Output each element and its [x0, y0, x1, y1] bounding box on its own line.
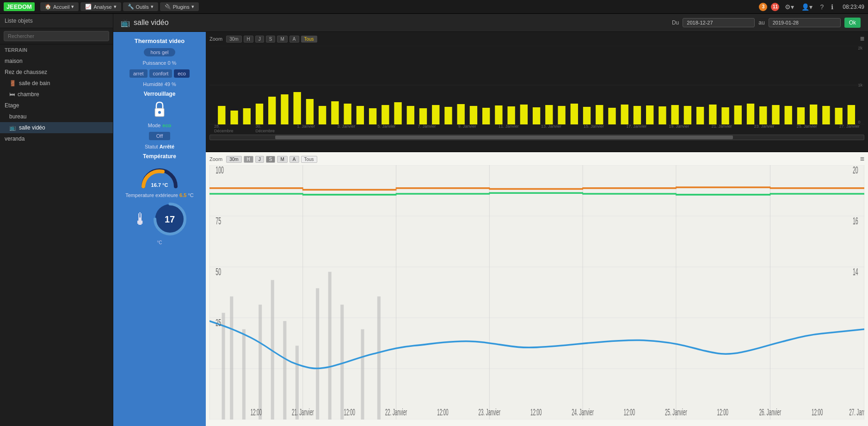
nav-plugins-btn[interactable]: 🔌 Plugins ▾ — [160, 2, 199, 11]
nav-right: 3 11 ⚙▾ 👤▾ ? ℹ 08:23:49 — [759, 2, 864, 12]
mode-buttons: arret confort eco — [129, 69, 190, 78]
door-icon: 🚪 — [9, 80, 16, 86]
sidebar-title: Liste objets — [0, 14, 113, 28]
svg-rect-6 — [218, 106, 225, 124]
svg-rect-55 — [835, 108, 842, 124]
zoom-a-top[interactable]: A — [289, 36, 299, 43]
svg-rect-75 — [259, 305, 262, 420]
gear-btn[interactable]: ⚙▾ — [783, 2, 796, 12]
ext-temp-value: 6.5 — [179, 192, 186, 198]
svg-rect-80 — [328, 272, 332, 420]
svg-rect-53 — [810, 105, 817, 124]
line-chart-svg: 20 16 14 100 75 50 25 12:00 21. Janvier … — [209, 165, 864, 420]
zoom-m-top[interactable]: M — [277, 36, 287, 43]
svg-text:24. Janvier: 24. Janvier — [572, 407, 594, 417]
svg-rect-26 — [470, 106, 477, 124]
svg-rect-43 — [684, 106, 691, 124]
badge-red: 11 — [771, 3, 779, 11]
sidebar-item-maison[interactable]: maison — [0, 56, 113, 67]
y-mid: 1k — [858, 83, 862, 87]
thermometer-icon: 🌡 — [132, 210, 149, 229]
mode-confort-btn[interactable]: confort — [149, 69, 172, 78]
scroll-thumb — [275, 136, 733, 139]
sidebar-item-chambre[interactable]: 🛏 chambre — [0, 89, 113, 100]
top-chart: Zoom 30m H J S M A Tous ≡ 2k 1k — [206, 32, 868, 152]
mode-eco-btn[interactable]: eco — [174, 69, 190, 78]
verrouillage-label: Verrouillage — [144, 91, 176, 97]
zoom-30m-bottom[interactable]: 30m — [226, 156, 241, 163]
logo: JEEDOM — [4, 2, 35, 11]
zoom-tous-bottom[interactable]: Tous — [301, 156, 317, 163]
x-label: 5. Janvier — [377, 124, 395, 133]
puissance-text: Puissance 0 % — [143, 60, 177, 66]
svg-rect-74 — [242, 329, 246, 420]
svg-rect-32 — [545, 105, 553, 124]
sidebar-item-sallebain[interactable]: 🚪 salle de bain — [0, 78, 113, 89]
user-btn[interactable]: 👤▾ — [800, 2, 814, 12]
svg-rect-31 — [533, 107, 540, 124]
ok-button[interactable]: Ok — [844, 18, 861, 28]
frost-button[interactable]: hors gel — [144, 48, 175, 56]
sidebar-item-veranda[interactable]: veranda — [0, 133, 113, 144]
gauge-value: 16.7 °C — [151, 182, 168, 188]
svg-rect-72 — [222, 313, 225, 420]
svg-text:12:00: 12:00 — [344, 407, 355, 417]
svg-rect-51 — [785, 106, 792, 124]
chart-hamburger-top[interactable]: ≡ — [860, 35, 864, 43]
search-input[interactable] — [4, 31, 109, 41]
content-body: Thermostat video hors gel Puissance 0 % … — [113, 32, 868, 426]
sidebar-item-sallevideo[interactable]: 📺 salle vidéo — [0, 122, 113, 133]
chart-hamburger-bottom[interactable]: ≡ — [860, 155, 864, 163]
svg-text:16: 16 — [853, 216, 858, 227]
content-area: 📺 salle vidéo Du au Ok Thermostat video … — [113, 14, 868, 426]
page-title: 📺 salle vidéo — [121, 19, 169, 27]
y-max: 2k — [858, 46, 862, 50]
svg-rect-20 — [394, 102, 401, 124]
setpoint-container: 🌡 17 — [132, 202, 187, 236]
svg-text:25. Janvier: 25. Janvier — [665, 407, 687, 417]
svg-rect-25 — [457, 104, 465, 124]
nav-accueil-btn[interactable]: 🏠 Accueil ▾ — [40, 2, 79, 11]
y-min: 0 — [858, 120, 862, 124]
svg-text:27. Janvier: 27. Janvier — [849, 407, 864, 417]
nav-analyse-btn[interactable]: 📈 Analyse ▾ — [80, 2, 121, 11]
zoom-j-bottom[interactable]: J — [255, 156, 264, 163]
bed-icon: 🛏 — [9, 91, 15, 98]
question-btn[interactable]: ? — [818, 2, 825, 12]
zoom-label-bottom: Zoom — [209, 156, 222, 162]
svg-text:26. Janvier: 26. Janvier — [759, 407, 782, 417]
zoom-s-top[interactable]: S — [266, 36, 276, 43]
svg-rect-39 — [634, 106, 641, 124]
svg-rect-9 — [256, 104, 263, 124]
x-label: 11. Janvier — [499, 124, 519, 133]
svg-rect-29 — [507, 106, 515, 124]
info-btn[interactable]: ℹ — [829, 2, 835, 12]
zoom-m-bottom[interactable]: M — [277, 156, 287, 163]
svg-rect-56 — [848, 105, 855, 124]
sidebar-item-bureau[interactable]: bureau — [0, 111, 113, 122]
svg-rect-16 — [344, 104, 351, 124]
zoom-h-top[interactable]: H — [244, 36, 253, 43]
sidebar-item-rezchaussez[interactable]: Rez de chaussez — [0, 67, 113, 78]
svg-text:25: 25 — [215, 317, 221, 328]
svg-rect-28 — [495, 105, 502, 124]
svg-text:14: 14 — [853, 266, 858, 278]
zoom-30m-top[interactable]: 30m — [226, 36, 241, 43]
date-to-input[interactable] — [769, 18, 841, 27]
zoom-j-top[interactable]: J — [255, 36, 264, 43]
svg-rect-57 — [209, 165, 864, 420]
svg-rect-23 — [432, 105, 439, 124]
off-button[interactable]: Off — [149, 132, 170, 140]
svg-rect-47 — [734, 105, 742, 124]
zoom-tous-top[interactable]: Tous — [301, 36, 317, 43]
analyse-icon: 📈 — [85, 4, 92, 10]
nav-outils-btn[interactable]: 🔧 Outils ▾ — [123, 2, 158, 11]
mode-arret-btn[interactable]: arret — [129, 69, 148, 78]
zoom-a-bottom[interactable]: A — [289, 156, 299, 163]
top-chart-scrollbar[interactable] — [209, 135, 864, 140]
zoom-h-bottom[interactable]: H — [244, 156, 253, 163]
date-from-input[interactable] — [683, 18, 755, 27]
zoom-s-bottom[interactable]: S — [266, 156, 276, 163]
svg-text:12:00: 12:00 — [624, 407, 635, 417]
sidebar-item-etage[interactable]: Etage — [0, 100, 113, 111]
